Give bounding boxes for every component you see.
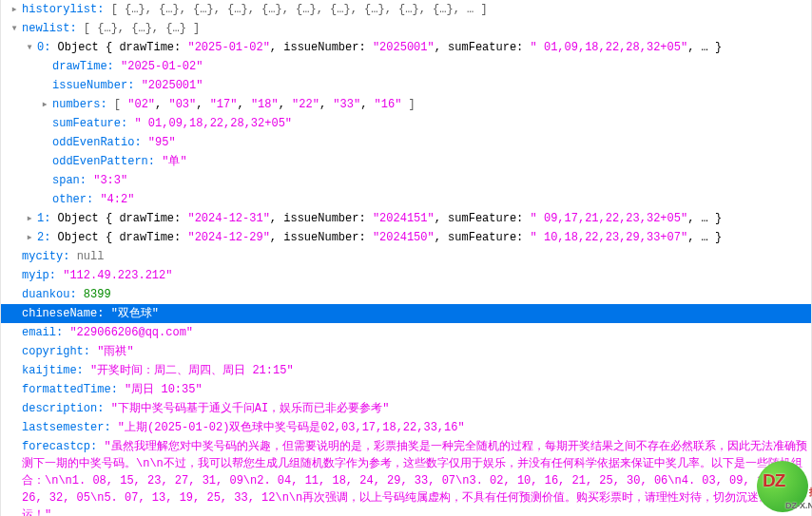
- tree-row-chinesename[interactable]: chineseName: "双色球": [1, 304, 811, 323]
- chevron-down-icon[interactable]: ▾: [9, 20, 20, 37]
- tree-row-myip[interactable]: myip: "112.49.223.212": [1, 266, 811, 285]
- tree-row-email[interactable]: email: "229066206@qq.com": [1, 323, 811, 342]
- tree-row-span[interactable]: span: "3:3": [1, 171, 811, 190]
- key-newlist: newlist: [22, 22, 69, 35]
- tree-row-drawtime[interactable]: drawTime: "2025-01-02": [1, 57, 811, 76]
- tree-row-numbers[interactable]: ▸ numbers: [ "02", "03", "17", "18", "22…: [1, 95, 811, 114]
- tree-row-historylist[interactable]: ▸ historylist: [ {…}, {…}, {…}, {…}, {…}…: [1, 0, 811, 19]
- value-preview: [ {…}, {…}, {…}, {…}, {…}, {…}, {…}, {…}…: [111, 3, 488, 16]
- tree-row-newlist-1[interactable]: ▸ 1: Object { drawTime: "2024-12-31", is…: [1, 209, 811, 228]
- tree-row-other[interactable]: other: "4:2": [1, 190, 811, 209]
- chevron-right-icon[interactable]: ▸: [39, 96, 50, 113]
- tree-row-newlist-0[interactable]: ▾ 0: Object { drawTime: "2025-01-02", is…: [1, 38, 811, 57]
- chevron-right-icon[interactable]: ▸: [9, 1, 20, 18]
- chevron-right-icon[interactable]: ▸: [24, 229, 35, 246]
- tree-row-newlist-2[interactable]: ▸ 2: Object { drawTime: "2024-12-29", is…: [1, 228, 811, 247]
- tree-row-copyright[interactable]: copyright: "雨祺": [1, 342, 811, 361]
- tree-row-oddevenratio[interactable]: oddEvenRatio: "95": [1, 133, 811, 152]
- value-preview: [ {…}, {…}, {…} ]: [84, 22, 200, 35]
- tree-row-issuenumber[interactable]: issueNumber: "2025001": [1, 76, 811, 95]
- tree-row-lastsemester[interactable]: lastsemester: "上期(2025-01-02)双色球中奖号码是02,…: [1, 418, 811, 437]
- tree-row-mycity[interactable]: mycity: null: [1, 247, 811, 266]
- chevron-down-icon[interactable]: ▾: [24, 39, 35, 56]
- tree-row-formattedtime[interactable]: formattedTime: "周日 10:35": [1, 380, 811, 399]
- tree-row-description[interactable]: description: "下期中奖号码基于通义千问AI，娱乐而已非必要参考": [1, 399, 811, 418]
- key-historylist: historylist: [22, 3, 97, 16]
- tree-row-duankou[interactable]: duankou: 8399: [1, 285, 811, 304]
- tree-row-forecastcp[interactable]: forecastcp: "虽然我理解您对中奖号码的兴趣，但需要说明的是，彩票抽奖…: [1, 437, 811, 516]
- tree-row-newlist[interactable]: ▾ newlist: [ {…}, {…}, {…} ]: [1, 19, 811, 38]
- tree-row-sumfeature[interactable]: sumFeature: " 01,09,18,22,28,32+05": [1, 114, 811, 133]
- tree-row-kaijtime[interactable]: kaijtime: "开奖时间：周二、周四、周日 21:15": [1, 361, 811, 380]
- tree-row-oddevenpattern[interactable]: oddEvenPattern: "单": [1, 152, 811, 171]
- chevron-right-icon[interactable]: ▸: [24, 210, 35, 227]
